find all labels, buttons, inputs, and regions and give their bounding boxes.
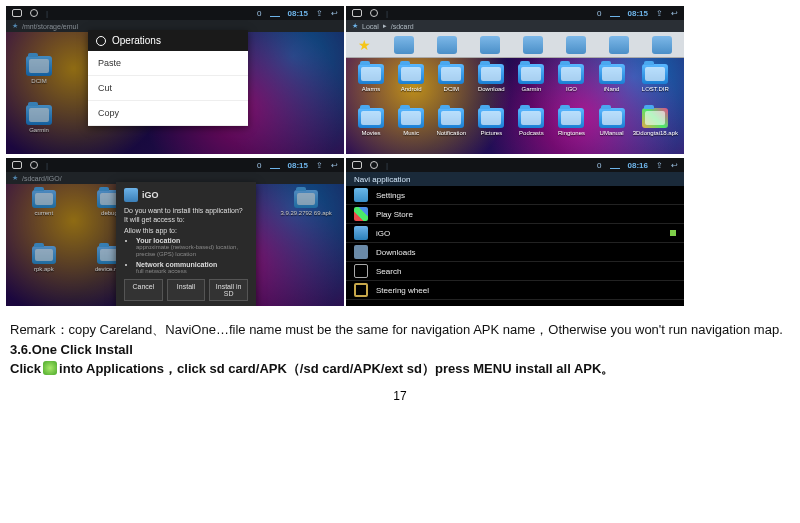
status-bar: | 008:15⇪↩ [346, 6, 684, 20]
list-item[interactable]: Steering wheel [346, 281, 684, 300]
screenshot-navi-list: | 008:16⇪↩ Navi application SettingsPlay… [346, 158, 684, 306]
folder-label: Android [392, 86, 430, 93]
folder-label: Download [472, 86, 510, 93]
search-icon [354, 264, 368, 278]
dialog-title: iGO [124, 188, 248, 202]
list-item[interactable]: Search [346, 262, 684, 281]
folder-icon [518, 108, 544, 128]
gear-icon [96, 36, 106, 46]
page-number: 17 [6, 389, 794, 403]
folder-label: Music [392, 130, 430, 137]
folder-item[interactable]: LOST.DIR [633, 64, 678, 106]
toolbar-button[interactable] [437, 36, 457, 54]
folder-item[interactable]: Music [392, 108, 430, 150]
menu-paste[interactable]: Paste [88, 51, 248, 76]
list-item-label: Play Store [376, 210, 413, 219]
folder-item[interactable]: Ringtones [552, 108, 590, 150]
menu-cut[interactable]: Cut [88, 76, 248, 101]
folder-label: IGO [552, 86, 590, 93]
list-item[interactable]: Downloads [346, 243, 684, 262]
folder-item[interactable]: Movies [352, 108, 390, 150]
folder-label: Podcasts [512, 130, 550, 137]
brightness-icon [30, 9, 38, 17]
folder-label: Ringtones [552, 130, 590, 137]
back-icon: ↩ [331, 9, 338, 18]
folder-label: UManual [593, 130, 631, 137]
folder-grid: AlarmsAndroidDCIMDownloadGarminIGOiNandL… [346, 60, 684, 154]
toolbar-button[interactable] [394, 36, 414, 54]
folder-label: Alarms [352, 86, 390, 93]
dialog-question: Do you want to install this application?… [124, 206, 248, 224]
instruction-line: Clickinto Applications，click sd card/APK… [10, 359, 790, 379]
folder-label: Movies [352, 130, 390, 137]
folder-icon [599, 108, 625, 128]
section-heading: 3.6.One Click Install [10, 340, 790, 360]
selected-badge [670, 230, 676, 236]
folder-icon [438, 108, 464, 128]
toolbar-button[interactable] [480, 36, 500, 54]
folder-item[interactable]: DCIM [432, 64, 470, 106]
folder-item[interactable]: iNand [593, 64, 631, 106]
folder-item[interactable]: Notification [432, 108, 470, 150]
toolbar-button[interactable] [523, 36, 543, 54]
toolbar-button[interactable] [652, 36, 672, 54]
settings-icon [354, 188, 368, 202]
folder-item[interactable]: Alarms [352, 64, 390, 106]
install-button[interactable]: Install [167, 279, 206, 301]
folder-icon [398, 108, 424, 128]
folder-icon [438, 64, 464, 84]
menu-copy[interactable]: Copy [88, 101, 248, 126]
list-item-label: Search [376, 267, 401, 276]
screenshot-sdcard: | 008:15⇪↩ ★Local▸/sdcard ★ AlarmsAndroi… [346, 6, 684, 154]
status-bar: | 008:16⇪↩ [346, 158, 684, 172]
clock: 08:15 [288, 161, 308, 170]
folder-icon [478, 108, 504, 128]
signal-icon [610, 9, 620, 17]
perm-sub: full network access [136, 268, 248, 275]
perm-sub: approximate (network-based) location, pr… [136, 244, 248, 258]
app-list: SettingsPlay StoreiGODownloadsSearchStee… [346, 186, 684, 306]
app-icon [124, 188, 138, 202]
cancel-button[interactable]: Cancel [124, 279, 163, 301]
operations-menu: Operations Paste Cut Copy [88, 30, 248, 126]
home-icon [12, 9, 22, 17]
folder-label: DCIM [432, 86, 470, 93]
folder-label: Pictures [472, 130, 510, 137]
remark-text: Remark：copy Careland、NaviOne…file name m… [10, 320, 790, 340]
toolbar: ★ [346, 32, 684, 58]
folder-item[interactable]: IGO [552, 64, 590, 106]
toolbar-button[interactable] [609, 36, 629, 54]
install-dialog: iGO Do you want to install this applicat… [116, 182, 256, 306]
folder-item[interactable]: Podcasts [512, 108, 550, 150]
apk-icon [642, 108, 668, 128]
toolbar-button[interactable] [566, 36, 586, 54]
folder-item[interactable]: Garmin [512, 64, 550, 106]
folder-label: iNand [593, 86, 631, 93]
folder-item[interactable]: 3Ddongtai18.apk [633, 108, 678, 150]
folder-item[interactable]: UManual [593, 108, 631, 150]
folder-item[interactable]: Download [472, 64, 510, 106]
status-bar: | 008:15⇪↩ [6, 6, 344, 20]
install-sd-button[interactable]: Install in SD [209, 279, 248, 301]
dl-icon [354, 245, 368, 259]
android-app-icon [43, 361, 57, 375]
status-bar: | 008:15⇪↩ [6, 158, 344, 172]
folder-item[interactable]: Pictures [472, 108, 510, 150]
list-item-label: Settings [376, 191, 405, 200]
perm-title: Your location [136, 237, 248, 244]
clock: 08:15 [288, 9, 308, 18]
folder-item[interactable]: Android [392, 64, 430, 106]
folder-icon [558, 108, 584, 128]
list-item[interactable]: iGO [346, 224, 684, 243]
folder-icon [478, 64, 504, 84]
folder-icon [358, 108, 384, 128]
favorite-icon[interactable]: ★ [358, 37, 371, 53]
screenshot-install: | 008:15⇪↩ ★/sdcard/IGO/ currentdebug3.9… [6, 158, 344, 306]
list-item[interactable]: Settings [346, 186, 684, 205]
wheel-icon [354, 283, 368, 297]
folder-icon [358, 64, 384, 84]
list-item[interactable]: Play Store [346, 205, 684, 224]
signal-icon [270, 9, 280, 17]
operations-title: Operations [88, 30, 248, 51]
list-item-label: iGO [376, 229, 390, 238]
